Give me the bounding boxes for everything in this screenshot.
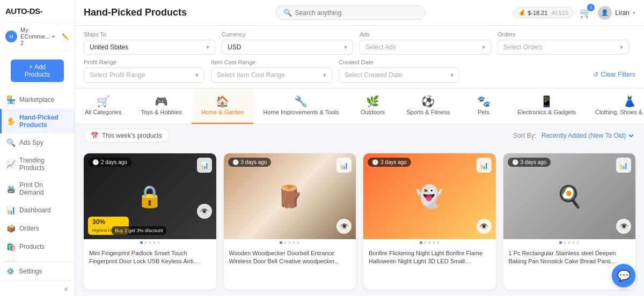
user-area[interactable]: 👤 Liran ▾ bbox=[598, 6, 635, 20]
ads-select[interactable]: Select Ads ▾ bbox=[360, 40, 491, 55]
category-outdoors[interactable]: 🌿 Outdoors bbox=[348, 88, 397, 124]
sidebar-item-label-orders: Orders bbox=[19, 225, 39, 232]
product-chart-button[interactable]: 📊 bbox=[477, 158, 492, 173]
product-time-text: 3 days ago bbox=[241, 159, 267, 165]
sidebar-item-trending[interactable]: 📈Trending Products bbox=[0, 152, 75, 176]
image-dot-3 bbox=[433, 241, 435, 244]
category-home-garden[interactable]: 🏠 Home & Garden bbox=[192, 88, 253, 124]
filter-row-1: Ships To United States ▾ Currency USD ▾ … bbox=[84, 31, 635, 55]
outdoors-category-label: Outdoors bbox=[361, 109, 385, 115]
sidebar-item-label-trending: Trending Products bbox=[19, 157, 68, 172]
category-clothing[interactable]: 👗 Clothing, Shoes & Jewelry bbox=[586, 88, 644, 124]
drafts-icon: 📝 bbox=[6, 261, 15, 262]
account-area[interactable]: M My EComme... + 2 ✏️ bbox=[0, 23, 75, 51]
sports-category-icon: ⚽ bbox=[421, 96, 435, 107]
image-dot-1 bbox=[144, 241, 147, 244]
created-date-placeholder: Select Created Date bbox=[345, 71, 402, 79]
settings-label: Settings bbox=[19, 268, 42, 275]
product-chart-button[interactable]: 📊 bbox=[336, 158, 352, 173]
add-products-button[interactable]: + Add Products bbox=[11, 60, 64, 82]
orders-select[interactable]: Select Orders ▾ bbox=[497, 40, 629, 55]
page-title: Hand-Picked Products bbox=[84, 7, 187, 18]
ships-to-value: United States bbox=[90, 43, 128, 51]
item-cost-label: Item Cost Range bbox=[211, 59, 332, 65]
category-sports[interactable]: ⚽ Sports & Fitness bbox=[397, 88, 459, 124]
sidebar-item-products[interactable]: 🛍️Products bbox=[0, 238, 75, 256]
collapse-icon: « bbox=[64, 284, 68, 293]
profit-range-filter: Profit Range Select Profit Range ▾ bbox=[84, 59, 204, 83]
ships-to-select[interactable]: United States ▾ bbox=[84, 40, 215, 55]
cart-area[interactable]: 🛒 1 bbox=[580, 7, 591, 19]
category-home-tools[interactable]: 🔧 Home Improvements & Tools bbox=[253, 88, 348, 124]
profit-range-select[interactable]: Select Profit Range ▾ bbox=[84, 68, 204, 83]
pod-icon: 🖨️ bbox=[6, 184, 15, 193]
sidebar-item-hand-picked[interactable]: ✋Hand-Picked Products bbox=[0, 109, 75, 134]
sidebar-item-marketplace[interactable]: 🏪Marketplace bbox=[0, 91, 75, 109]
sidebar-item-label-ads-spy: Ads Spy bbox=[19, 139, 43, 146]
search-box[interactable]: 🔍 bbox=[275, 5, 426, 20]
sidebar-item-orders[interactable]: 📦Orders bbox=[0, 219, 75, 238]
image-dot-2 bbox=[149, 241, 151, 244]
currency-select[interactable]: USD ▾ bbox=[222, 40, 353, 55]
image-dot-0 bbox=[559, 241, 562, 244]
sidebar-item-ads-spy[interactable]: 🔍Ads Spy bbox=[0, 134, 75, 152]
clock-icon: 🕐 bbox=[92, 159, 99, 165]
profit-range-placeholder: Select Profit Range bbox=[90, 71, 145, 79]
product-image-dots bbox=[503, 239, 636, 245]
nav-active-indicator bbox=[0, 109, 2, 134]
image-dot-1 bbox=[564, 241, 566, 244]
header: Hand-Picked Products 🔍 💰 $-18.21 AI:515 … bbox=[75, 0, 644, 26]
sidebar-item-label-dashboard: Dashboard bbox=[19, 206, 51, 214]
clear-filters-button[interactable]: ↺ Clear Filters bbox=[593, 63, 635, 78]
created-date-chevron-icon: ▾ bbox=[450, 71, 453, 79]
home-garden-category-label: Home & Garden bbox=[201, 109, 244, 115]
sidebar-item-label-hand-picked: Hand-Picked Products bbox=[19, 114, 68, 129]
sidebar-collapse-button[interactable]: « bbox=[0, 280, 75, 296]
category-electronics[interactable]: 📱 Electronics & Gadgets bbox=[508, 88, 586, 124]
item-cost-placeholder: Select Item Cost Range bbox=[217, 71, 285, 79]
outdoors-category-icon: 🌿 bbox=[366, 96, 379, 107]
profit-range-label: Profit Range bbox=[84, 59, 204, 65]
image-dot-2 bbox=[288, 241, 291, 244]
sort-select[interactable]: Recently Added (New To Old) bbox=[539, 131, 635, 140]
orders-placeholder: Select Orders bbox=[503, 43, 543, 51]
product-chart-button[interactable]: 📊 bbox=[197, 158, 212, 173]
product-eye-button[interactable]: 👁️ bbox=[197, 204, 212, 219]
product-name: Bonfire Flickering Night Light Bonfire F… bbox=[369, 249, 491, 267]
week-badge[interactable]: 📅 This week's products bbox=[84, 129, 169, 143]
hand-picked-icon: ✋ bbox=[6, 117, 15, 125]
created-date-select[interactable]: Select Created Date ▾ bbox=[339, 68, 459, 83]
chat-bubble[interactable]: 💬 bbox=[612, 264, 635, 287]
product-chart-button[interactable]: 📊 bbox=[616, 158, 631, 173]
ai-credits-value: AI:515 bbox=[551, 10, 568, 16]
home-garden-category-icon: 🏠 bbox=[216, 96, 229, 107]
settings-nav-item[interactable]: ⚙️ Settings bbox=[0, 262, 75, 280]
marketplace-icon: 🏪 bbox=[6, 95, 15, 104]
user-avatar: 👤 bbox=[598, 6, 612, 20]
ads-filter: Ads Select Ads ▾ bbox=[360, 31, 491, 55]
clock-icon: 🕐 bbox=[372, 159, 378, 165]
pets-category-label: Pets bbox=[478, 109, 489, 115]
product-time-badge: 🕐 2 days ago bbox=[88, 158, 131, 167]
product-eye-button[interactable]: 👁️ bbox=[477, 219, 492, 234]
orders-filter: Orders Select Orders ▾ bbox=[497, 31, 629, 55]
sidebar-item-pod[interactable]: 🖨️Print On Demand bbox=[0, 176, 75, 201]
header-right: 💰 $-18.21 AI:515 🛒 1 👤 Liran ▾ bbox=[514, 6, 635, 20]
image-dot-4 bbox=[297, 241, 299, 244]
category-toys[interactable]: 🎮 Toys & Hobbies bbox=[131, 88, 191, 124]
search-input[interactable] bbox=[295, 9, 418, 17]
all-category-icon: 🛒 bbox=[97, 96, 110, 107]
category-pets[interactable]: 🐾 Pets bbox=[459, 88, 508, 124]
created-date-filter: Created Date Select Created Date ▾ bbox=[339, 59, 459, 83]
category-all[interactable]: 🛒 All Categories bbox=[75, 88, 131, 124]
image-dot-3 bbox=[153, 241, 156, 244]
item-cost-select[interactable]: Select Item Cost Range ▾ bbox=[211, 68, 332, 83]
product-name: 1 Pc Rectangular Stainless steel Deepen … bbox=[509, 249, 631, 267]
sidebar-item-dashboard[interactable]: 📊Dashboard bbox=[0, 201, 75, 219]
product-eye-button[interactable]: 👁️ bbox=[616, 219, 631, 234]
account-edit-icon[interactable]: ✏️ bbox=[62, 33, 69, 40]
image-dot-3 bbox=[292, 241, 295, 244]
product-eye-button[interactable]: 👁️ bbox=[336, 219, 352, 234]
add-products-area: + Add Products bbox=[0, 51, 75, 91]
sidebar-item-drafts[interactable]: 📝Drafts bbox=[0, 256, 75, 262]
